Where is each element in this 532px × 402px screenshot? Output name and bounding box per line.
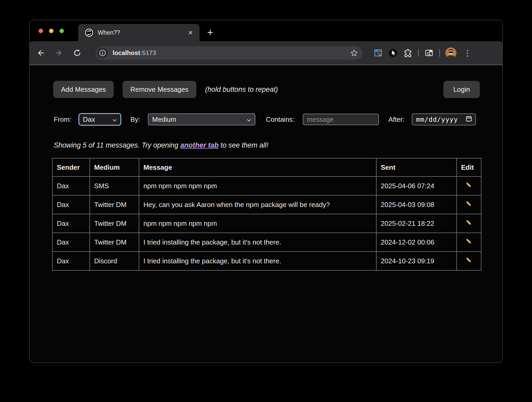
reload-icon[interactable] [72,48,82,58]
cell-message: npm npm npm npm npm [139,214,376,233]
cell-medium: Twitter DM [90,233,139,252]
sync-favicon-icon [85,29,93,37]
by-label: By: [130,115,140,124]
window-controls [39,20,64,41]
close-window-button[interactable] [39,29,43,33]
browser-toolbar: localhost:5173 [30,41,502,65]
cell-sent: 2025-02-21 18:22 [376,214,457,233]
toolbar-divider [439,49,440,57]
cell-medium: Twitter DM [90,214,139,233]
edit-button[interactable] [457,252,481,270]
bookmark-star-icon[interactable] [349,48,359,58]
add-messages-button[interactable]: Add Messages [53,81,114,98]
forward-icon[interactable] [54,48,64,58]
by-select[interactable]: Medium [148,113,255,125]
status-text: Showing 5 of 11 messages. Try opening an… [54,141,268,149]
filters-row: From: Dax By: Medium Contains: After: [54,113,476,126]
status-prefix: Showing 5 of 11 messages. Try opening [54,141,180,149]
chevron-down-icon [247,115,251,124]
from-select[interactable]: Dax [79,114,120,125]
calendar-icon[interactable] [466,115,472,124]
nav-buttons [36,48,82,58]
cursor-extension-icon[interactable] [388,48,398,58]
cell-medium: Twitter DM [90,195,139,214]
new-tab-button[interactable]: + [203,25,217,40]
edit-button[interactable] [457,195,481,214]
profile-avatar[interactable] [445,47,456,58]
extensions-puzzle-icon[interactable] [403,48,413,58]
header-sender: Sender [52,158,90,176]
cell-message: I tried installing the package, but it's… [139,233,376,252]
remove-messages-button[interactable]: Remove Messages [123,81,196,98]
status-suffix: to see them all! [219,141,268,149]
cell-sender: Dax [52,176,90,195]
table-row: Dax Discord I tried installing the packa… [52,252,481,270]
url-port: :5173 [140,49,156,56]
tab-strip: When?? × + [30,20,502,41]
cell-sender: Dax [52,233,90,252]
edit-button[interactable] [457,214,481,233]
page-content: Add Messages Remove Messages (hold butto… [30,65,502,362]
minimize-window-button[interactable] [49,29,53,33]
zoom-window-button[interactable] [59,29,64,33]
cell-sent: 2025-04-06 07:24 [376,176,457,195]
date-placeholder: mm/dd/yyyy [416,116,466,123]
cell-sent: 2024-12-02 00:06 [376,233,457,252]
cell-message: Hey, can you ask Aaron when the npm pack… [139,195,376,214]
from-select-value: Dax [83,115,95,124]
site-info-icon[interactable] [97,47,108,58]
cell-sender: Dax [52,214,90,233]
desktop: When?? × + [0,0,532,402]
header-message: Message [139,158,376,176]
tab-title: When?? [98,29,188,36]
by-select-value: Medium [152,115,176,124]
another-tab-link[interactable]: another tab [180,141,219,149]
cell-medium: Discord [90,252,139,270]
url-bar[interactable]: localhost:5173 [95,46,362,60]
edit-button[interactable] [457,176,481,195]
browser-menu-icon[interactable]: ⋮ [462,48,473,58]
browser-tab[interactable]: When?? × [78,24,200,41]
chevron-down-icon [112,115,117,124]
table-row: Dax Twitter DM I tried installing the pa… [52,233,481,252]
cell-sent: 2024-10-23 09:19 [376,252,457,270]
cell-medium: SMS [90,176,139,195]
cell-message: npm npm npm npm npm [139,176,376,195]
contains-input[interactable] [303,114,379,125]
cell-sender: Dax [52,195,90,214]
table-row: Dax Twitter DM Hey, can you ask Aaron wh… [52,195,481,214]
browser-window: When?? × + [29,20,503,363]
cell-sender: Dax [52,252,90,270]
header-sent: Sent [376,158,457,176]
messages-table: Sender Medium Message Sent Edit Dax SMS … [52,158,481,271]
after-date-input[interactable]: mm/dd/yyyy [412,113,476,125]
after-label: After: [388,115,404,124]
edit-button[interactable] [457,233,481,252]
cell-sent: 2025-04-03 09:08 [376,195,457,214]
header-medium: Medium [90,158,139,176]
window-resizer-extension-icon[interactable] [373,48,383,58]
actions-row: Add Messages Remove Messages (hold butto… [53,81,480,98]
table-row: Dax Twitter DM npm npm npm npm npm 2025-… [52,214,481,233]
tab-search-icon[interactable] [424,48,434,58]
contains-label: Contains: [266,115,294,124]
back-icon[interactable] [36,48,45,58]
url-text: localhost:5173 [113,49,349,57]
hold-buttons-hint: (hold buttons to repeat) [205,86,278,94]
toolbar-divider [418,49,419,57]
cell-message: I tried installing the package, but it's… [139,252,376,270]
toolbar-right-icons: ⋮ [373,47,473,58]
table-row: Dax SMS npm npm npm npm npm 2025-04-06 0… [52,176,481,195]
url-host: localhost [113,49,140,56]
login-button[interactable]: Login [443,81,480,98]
table-header-row: Sender Medium Message Sent Edit [52,158,481,176]
tab-close-icon[interactable]: × [188,29,193,36]
header-edit: Edit [457,158,481,176]
from-label: From: [54,115,71,124]
